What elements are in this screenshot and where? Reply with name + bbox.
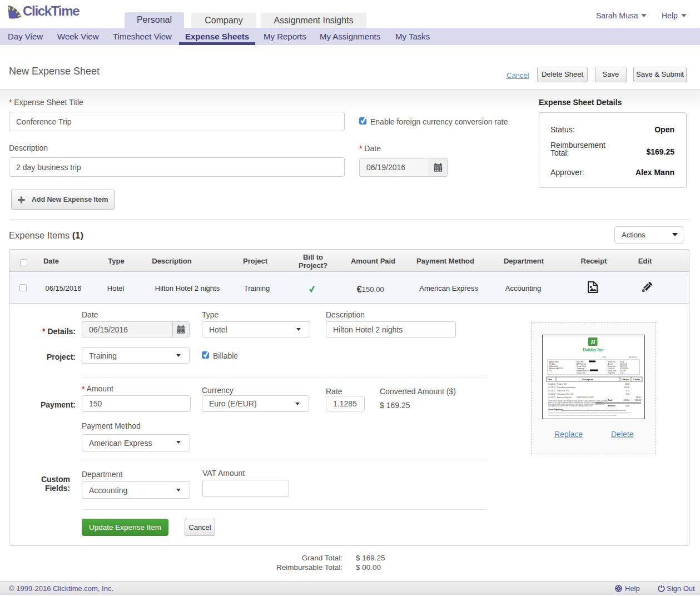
svg-text:Date: Date: [548, 379, 552, 381]
svg-text:Total: Total: [608, 399, 612, 401]
svg-text:1-14: 1-14: [602, 356, 606, 359]
svg-text:Parking Self: Parking Self: [557, 383, 567, 385]
svg-text:8.32: 8.32: [626, 390, 629, 392]
svg-text:10-24-12: 10-24-12: [548, 383, 555, 385]
svg-text:American Express: American Express: [557, 396, 572, 399]
svg-text:Guest Signature: Guest Signature: [548, 409, 563, 411]
svg-text:138.64: 138.64: [623, 399, 629, 401]
svg-text:Sales Tax - 8%: Sales Tax - 8%: [557, 390, 569, 392]
svg-text:www. prioritytclub.com. We loo: www. prioritytclub.com. We look forward …: [548, 405, 593, 407]
svg-text:10-24-12: 10-24-12: [548, 390, 555, 392]
svg-text:H: H: [590, 339, 595, 345]
svg-text:Room Accommodations: Room Accommodations: [557, 386, 576, 389]
svg-text:03-01-13: 03-01-13: [629, 356, 637, 359]
svg-text:Charges: Charges: [622, 379, 629, 381]
svg-text:104.00: 104.00: [624, 386, 629, 389]
svg-text:Holiday Inn: Holiday Inn: [582, 347, 604, 352]
svg-text:XXXXXXXXXXX1003: XXXXXXXXXXX1003: [577, 396, 594, 399]
svg-text:10-24-12: 10-24-12: [548, 393, 555, 395]
svg-text:Credits: Credits: [633, 379, 640, 381]
svg-text:a credit card charge, I furthe: a credit card charge, I further agree to…: [548, 415, 617, 416]
svg-text:US: US: [549, 370, 552, 372]
svg-text:10-25-12: 10-25-12: [548, 396, 555, 399]
svg-text:Occupancy Tax - 8%: Occupancy Tax - 8%: [557, 393, 573, 395]
svg-text:Description: Description: [582, 379, 593, 381]
svg-text:Balance: Balance: [608, 405, 615, 407]
svg-text:8.32: 8.32: [626, 393, 629, 395]
svg-text:Invoice No.: Invoice No.: [577, 372, 585, 374]
svg-text:138.64: 138.64: [635, 399, 641, 401]
svg-text:10-24-12: 10-24-12: [548, 386, 555, 389]
svg-text:0.00: 0.00: [625, 405, 629, 407]
svg-text:Page No.: Page No.: [608, 372, 615, 374]
svg-text:1 of 1: 1 of 1: [620, 372, 624, 374]
svg-text:18.00: 18.00: [625, 383, 629, 385]
svg-text:138.64: 138.64: [636, 396, 641, 399]
